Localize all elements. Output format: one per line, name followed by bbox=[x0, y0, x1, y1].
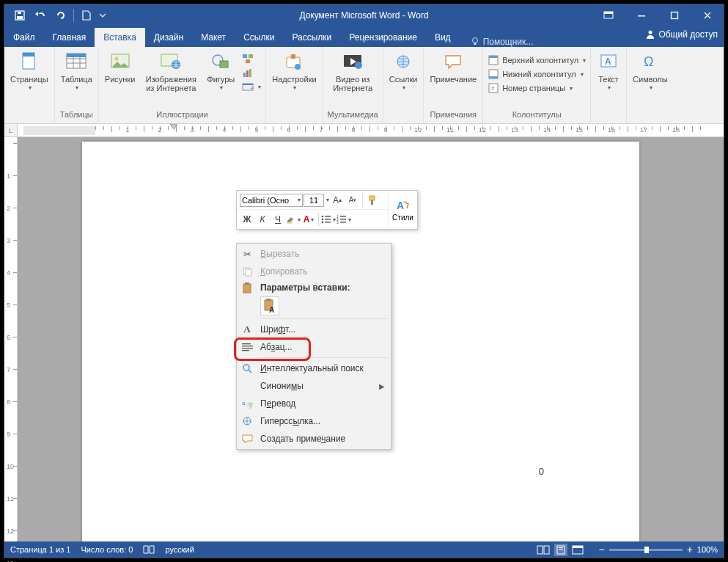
svg-rect-48 bbox=[325, 216, 331, 217]
picture-icon bbox=[109, 50, 132, 73]
share-button[interactable]: Общий доступ bbox=[645, 29, 718, 40]
svg-rect-13 bbox=[67, 54, 86, 57]
shrink-font-button[interactable]: A▾ bbox=[345, 193, 360, 208]
pictures-button[interactable]: Рисунки bbox=[103, 50, 137, 84]
numbering-button[interactable]: 123▾ bbox=[337, 212, 351, 227]
view-web-layout[interactable] bbox=[572, 545, 584, 555]
tab-home[interactable]: Главная bbox=[44, 28, 95, 47]
status-language[interactable]: русский bbox=[165, 545, 194, 554]
chart-button[interactable] bbox=[242, 67, 261, 79]
undo-button[interactable] bbox=[31, 6, 50, 25]
pictures-label: Рисунки bbox=[105, 75, 136, 84]
view-print-layout[interactable] bbox=[554, 544, 567, 556]
ctx-paragraph-label: Абзац... bbox=[260, 342, 293, 352]
addins-icon bbox=[282, 50, 306, 73]
ribbon-display-options[interactable] bbox=[592, 4, 625, 26]
font-size-combo[interactable]: 11 bbox=[304, 194, 324, 207]
tab-design[interactable]: Дизайн bbox=[145, 28, 192, 47]
tab-mailings[interactable]: Рассылки bbox=[283, 28, 340, 47]
zoom-level[interactable]: 100% bbox=[697, 545, 718, 554]
table-button[interactable]: Таблица▾ bbox=[59, 50, 94, 92]
svg-rect-25 bbox=[249, 69, 251, 77]
ruler-vertical[interactable]: 1234567891011121314 bbox=[4, 137, 18, 541]
page-icon bbox=[18, 50, 41, 73]
new-doc-button[interactable] bbox=[77, 6, 96, 25]
tab-view[interactable]: Вид bbox=[426, 28, 460, 47]
highlight-button[interactable]: ▾ bbox=[286, 212, 301, 227]
zoom-slider[interactable] bbox=[609, 549, 683, 551]
symbols-label: Символы bbox=[633, 75, 668, 84]
qat-customize[interactable] bbox=[98, 6, 108, 25]
svg-text:Ω: Ω bbox=[644, 54, 653, 69]
mini-toolbar: Calibri (Осно▾ 11 ▾ A▴ A▾ Ж К Ч ▾ A▾ ▾ bbox=[236, 190, 418, 230]
redo-button[interactable] bbox=[51, 6, 70, 25]
tell-me-search[interactable]: Помощник... bbox=[464, 37, 540, 47]
status-words[interactable]: Число слов: 0 bbox=[81, 545, 133, 554]
online-video-button[interactable]: Видео из Интернета bbox=[328, 50, 377, 92]
close-button[interactable] bbox=[691, 4, 724, 26]
comment-button[interactable]: Примечание bbox=[428, 50, 478, 84]
ctx-paste-options: A bbox=[237, 295, 391, 317]
view-read-mode[interactable] bbox=[537, 545, 550, 555]
tab-layout[interactable]: Макет bbox=[192, 28, 235, 47]
tab-insert[interactable]: Вставка bbox=[95, 28, 145, 47]
status-proofing[interactable] bbox=[143, 544, 155, 555]
maximize-button[interactable] bbox=[658, 4, 691, 26]
bold-button[interactable]: Ж bbox=[240, 212, 254, 227]
ruler-corner[interactable]: L bbox=[4, 124, 18, 137]
textbox-button[interactable]: A Текст▾ bbox=[595, 50, 622, 92]
italic-button[interactable]: К bbox=[255, 212, 270, 227]
addins-button[interactable]: Надстройки▾ bbox=[271, 50, 317, 92]
shapes-icon bbox=[209, 50, 232, 73]
ctx-hyperlink[interactable]: Гиперссылка... bbox=[237, 412, 391, 430]
symbols-button[interactable]: Ω Символы▾ bbox=[631, 50, 669, 92]
group-addins: Надстройки▾ bbox=[266, 47, 323, 123]
ctx-translate[interactable]: a字 Перевод bbox=[237, 395, 391, 412]
page-number-button[interactable]: #Номер страницы▾ bbox=[488, 82, 586, 94]
font-combo[interactable]: Calibri (Осно▾ bbox=[240, 194, 303, 207]
grow-font-button[interactable]: A▴ bbox=[330, 193, 345, 208]
online-pictures-button[interactable]: Изображения из Интернета bbox=[142, 50, 199, 92]
ctx-paragraph[interactable]: Абзац... bbox=[237, 338, 391, 356]
ctx-synonyms[interactable]: Синонимы ▶ bbox=[237, 377, 391, 395]
chevron-down-icon: ▾ bbox=[650, 85, 652, 92]
chevron-down-icon: ▾ bbox=[348, 216, 351, 223]
blank-icon bbox=[240, 379, 254, 393]
tab-review[interactable]: Рецензирование bbox=[340, 28, 426, 47]
links-button[interactable]: Ссылки▾ bbox=[388, 50, 419, 92]
header-button[interactable]: Верхний колонтитул▾ bbox=[488, 54, 586, 66]
bullets-button[interactable]: ▾ bbox=[321, 212, 336, 227]
ctx-cut[interactable]: ✂ Вырезать bbox=[237, 245, 391, 263]
font-color-button[interactable]: A▾ bbox=[301, 212, 316, 227]
group-tables-label: Таблицы bbox=[60, 110, 93, 122]
ctx-font[interactable]: A Шрифт... bbox=[237, 321, 391, 338]
svg-point-71 bbox=[243, 365, 249, 371]
group-links: Ссылки▾ bbox=[383, 47, 424, 123]
zoom-thumb[interactable] bbox=[644, 547, 649, 553]
smartart-button[interactable] bbox=[242, 53, 261, 65]
ctx-copy[interactable]: Копировать bbox=[237, 263, 391, 280]
tab-file[interactable]: Файл bbox=[4, 28, 44, 47]
format-painter-button[interactable] bbox=[365, 193, 380, 208]
person-icon bbox=[645, 29, 655, 40]
pages-button[interactable]: Страницы▾ bbox=[9, 50, 50, 92]
underline-button[interactable]: Ч bbox=[271, 212, 285, 227]
ctx-font-label: Шрифт... bbox=[260, 324, 295, 335]
zoom-in-button[interactable]: + bbox=[687, 544, 693, 555]
footer-icon bbox=[488, 68, 499, 80]
ctx-smart-lookup[interactable]: Интеллектуальный поиск bbox=[237, 360, 391, 377]
ctx-new-comment[interactable]: Создать примечание bbox=[237, 430, 391, 448]
footer-button[interactable]: Нижний колонтитул▾ bbox=[488, 68, 586, 80]
status-page[interactable]: Страница 1 из 1 bbox=[10, 545, 70, 554]
screenshot-button[interactable]: +▾ bbox=[242, 81, 261, 92]
save-button[interactable] bbox=[10, 6, 29, 25]
paste-keep-text-button[interactable]: A bbox=[260, 296, 279, 315]
svg-rect-1 bbox=[17, 16, 23, 19]
shapes-button[interactable]: Фигуры▾ bbox=[205, 50, 236, 92]
minimize-button[interactable] bbox=[625, 4, 658, 26]
ruler-horizontal[interactable]: 123456789101112131415161718 bbox=[18, 124, 724, 137]
zoom-out-button[interactable]: − bbox=[598, 544, 604, 555]
tab-references[interactable]: Ссылки bbox=[235, 28, 283, 47]
chevron-down-icon: ▾ bbox=[570, 85, 573, 92]
styles-button[interactable]: A Стили bbox=[388, 191, 417, 229]
